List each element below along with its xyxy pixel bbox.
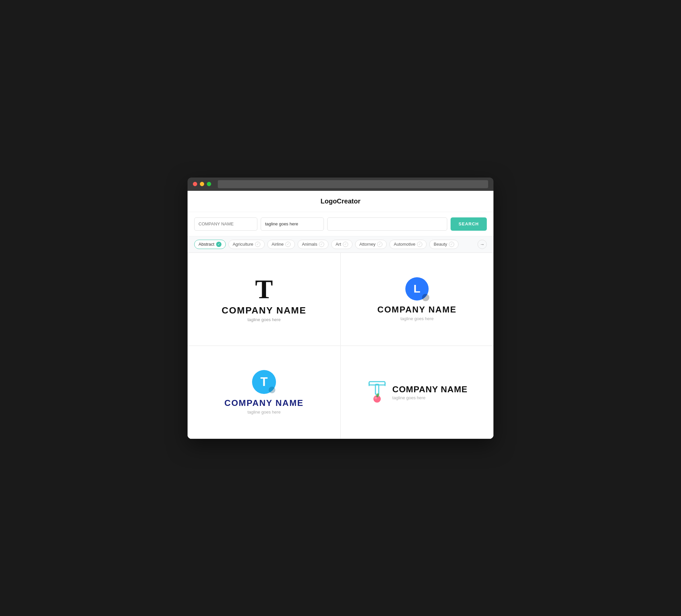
- filter-label-attorney: Attorney: [359, 242, 375, 247]
- logo2-circle-icon: L: [405, 277, 429, 301]
- logo4-container: COMPANY NAME tagline goes here: [367, 379, 468, 406]
- filter-tags-container: Abstract✓Agriculture✓Airline✓Animals✓Art…: [194, 240, 475, 249]
- filter-check-agriculture: ✓: [255, 242, 260, 247]
- logo1-tagline: tagline goes here: [247, 317, 281, 322]
- filter-tag-agriculture[interactable]: Agriculture✓: [228, 240, 265, 249]
- logo2-company-name: COMPANY NAME: [377, 305, 457, 315]
- logo-card-2[interactable]: L COMPANY NAME tagline goes here: [340, 253, 494, 346]
- maximize-button[interactable]: [207, 182, 211, 186]
- filter-label-automotive: Automotive: [394, 242, 415, 247]
- svg-point-5: [374, 396, 377, 399]
- filter-tag-attorney[interactable]: Attorney✓: [355, 240, 387, 249]
- company-name-input[interactable]: [194, 217, 257, 231]
- logo1-company-name: COMPANY NAME: [222, 305, 307, 316]
- browser-content: LogoCreator SEARCH Abstract✓Agriculture✓…: [187, 191, 494, 439]
- filter-check-abstract: ✓: [216, 242, 222, 247]
- filter-check-attorney: ✓: [377, 242, 382, 247]
- filter-check-beauty: ✓: [449, 242, 454, 247]
- logo-grid: T COMPANY NAME tagline goes here L COMPA…: [187, 253, 494, 439]
- logo4-text-block: COMPANY NAME tagline goes here: [393, 384, 468, 400]
- browser-window: LogoCreator SEARCH Abstract✓Agriculture✓…: [187, 178, 494, 439]
- search-button[interactable]: SEARCH: [451, 217, 487, 231]
- logo3-company-name: COMPANY NAME: [224, 398, 304, 408]
- browser-titlebar: [187, 178, 494, 191]
- minimize-button[interactable]: [200, 182, 204, 186]
- app-header: LogoCreator: [187, 191, 494, 212]
- filter-tag-automotive[interactable]: Automotive✓: [389, 240, 427, 249]
- filter-tag-airline[interactable]: Airline✓: [267, 240, 295, 249]
- filter-check-art: ✓: [343, 242, 348, 247]
- address-bar[interactable]: [218, 180, 488, 188]
- logo1-icon: T: [255, 276, 273, 303]
- filter-label-airline: Airline: [272, 242, 284, 247]
- filter-tag-animals[interactable]: Animals✓: [298, 240, 329, 249]
- keyword-input[interactable]: [327, 217, 447, 231]
- filter-label-art: Art: [335, 242, 341, 247]
- logo3-tagline: tagline goes here: [247, 410, 281, 414]
- filter-arrow-next[interactable]: →: [478, 240, 487, 249]
- filter-bar: Abstract✓Agriculture✓Airline✓Animals✓Art…: [187, 236, 494, 253]
- logo4-cartoon-icon: [367, 379, 388, 406]
- logo4-tagline: tagline goes here: [393, 395, 468, 400]
- filter-check-airline: ✓: [285, 242, 291, 247]
- filter-tag-abstract[interactable]: Abstract✓: [194, 240, 226, 249]
- logo-card-4[interactable]: COMPANY NAME tagline goes here: [340, 346, 494, 439]
- filter-label-agriculture: Agriculture: [233, 242, 253, 247]
- logo4-company-name: COMPANY NAME: [393, 384, 468, 394]
- filter-check-automotive: ✓: [417, 242, 422, 247]
- filter-tag-art[interactable]: Art✓: [331, 240, 352, 249]
- logo2-shadow: [422, 294, 429, 301]
- filter-label-abstract: Abstract: [199, 242, 215, 247]
- tagline-input[interactable]: [261, 217, 324, 231]
- search-bar: SEARCH: [187, 212, 494, 236]
- logo-card-1[interactable]: T COMPANY NAME tagline goes here: [187, 253, 340, 346]
- close-button[interactable]: [193, 182, 197, 186]
- app-title: LogoCreator: [321, 198, 360, 205]
- svg-rect-1: [375, 384, 379, 394]
- logo3-circle-icon: T: [252, 370, 276, 394]
- logo3-shadow: [269, 387, 275, 393]
- logo-card-3[interactable]: T COMPANY NAME tagline goes here: [187, 346, 340, 439]
- filter-tag-beauty[interactable]: Beauty✓: [429, 240, 458, 249]
- filter-label-animals: Animals: [302, 242, 317, 247]
- logo2-tagline: tagline goes here: [400, 316, 434, 321]
- filter-label-beauty: Beauty: [434, 242, 447, 247]
- filter-check-animals: ✓: [319, 242, 324, 247]
